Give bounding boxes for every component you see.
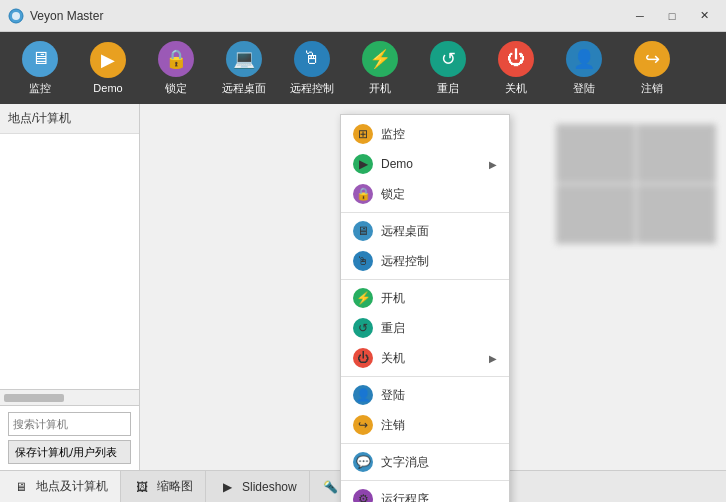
status-tab-icon-slideshow: ▶ xyxy=(218,478,236,496)
toolbar-btn-demo[interactable]: ▶ Demo xyxy=(76,36,140,100)
menu-label-logout: 注销 xyxy=(381,417,405,434)
window-controls: ─ □ ✕ xyxy=(626,6,718,26)
menu-item-logout[interactable]: ↪ 注销 xyxy=(341,410,509,440)
toolbar-btn-monitor[interactable]: 🖥 监控 xyxy=(8,36,72,100)
search-input[interactable] xyxy=(8,412,131,436)
toolbar-btn-remote-control[interactable]: 🖱 远程控制 xyxy=(280,36,344,100)
menu-item-power-on[interactable]: ⚡ 开机 xyxy=(341,283,509,313)
toolbar-btn-lock[interactable]: 🔒 锁定 xyxy=(144,36,208,100)
thumb-4 xyxy=(637,185,716,244)
menu-icon-power-off: ⏻ xyxy=(353,348,373,368)
thumbnail-area xyxy=(556,124,716,244)
toolbar-btn-login[interactable]: 👤 登陆 xyxy=(552,36,616,100)
menu-item-demo[interactable]: ▶ Demo ▶ xyxy=(341,149,509,179)
menu-item-lock[interactable]: 🔒 锁定 xyxy=(341,179,509,209)
maximize-button[interactable]: □ xyxy=(658,6,686,26)
menu-item-restart[interactable]: ↺ 重启 xyxy=(341,313,509,343)
menu-item-remote-control[interactable]: 🖱 远程控制 xyxy=(341,246,509,276)
toolbar-icon-monitor: 🖥 xyxy=(22,41,58,77)
toolbar-icon-demo: ▶ xyxy=(90,42,126,78)
menu-label-login: 登陆 xyxy=(381,387,405,404)
toolbar-label-monitor: 监控 xyxy=(29,81,51,96)
toolbar-icon-restart: ↺ xyxy=(430,41,466,77)
status-tab-locations[interactable]: 🖥 地点及计算机 xyxy=(0,471,121,502)
content-area: ⊞ 监控 ▶ Demo ▶ 🔒 锁定 🖥 远程桌面 🖱 远程控制 ⚡ 开机 ↺ … xyxy=(140,104,726,470)
menu-icon-message: 💬 xyxy=(353,452,373,472)
menu-item-power-off[interactable]: ⏻ 关机 ▶ xyxy=(341,343,509,373)
menu-label-lock: 锁定 xyxy=(381,186,405,203)
menu-separator-13 xyxy=(341,443,509,444)
context-menu: ⊞ 监控 ▶ Demo ▶ 🔒 锁定 🖥 远程桌面 🖱 远程控制 ⚡ 开机 ↺ … xyxy=(340,114,510,502)
sidebar-content xyxy=(0,134,139,389)
menu-item-message[interactable]: 💬 文字消息 xyxy=(341,447,509,477)
sidebar-scrollbar[interactable] xyxy=(0,389,139,405)
menu-item-remote-desktop[interactable]: 🖥 远程桌面 xyxy=(341,216,509,246)
menu-label-message: 文字消息 xyxy=(381,454,429,471)
app-icon xyxy=(8,8,24,24)
status-tab-icon-locations: 🖥 xyxy=(12,478,30,496)
status-tab-icon-thumbnails: 🖼 xyxy=(133,478,151,496)
toolbar-label-lock: 锁定 xyxy=(165,81,187,96)
toolbar-label-logout: 注销 xyxy=(641,81,663,96)
toolbar-label-demo: Demo xyxy=(93,82,122,94)
menu-separator-15 xyxy=(341,480,509,481)
save-list-button[interactable]: 保存计算机/用户列表 xyxy=(8,440,131,464)
toolbar-icon-power-on: ⚡ xyxy=(362,41,398,77)
menu-label-remote-control: 远程控制 xyxy=(381,253,429,270)
menu-label-power-off: 关机 xyxy=(381,350,405,367)
menu-icon-lock: 🔒 xyxy=(353,184,373,204)
status-tab-label-slideshow: Slideshow xyxy=(242,480,297,494)
menu-label-monitor: 监控 xyxy=(381,126,405,143)
toolbar-icon-power-off: ⏻ xyxy=(498,41,534,77)
close-button[interactable]: ✕ xyxy=(690,6,718,26)
menu-icon-logout: ↪ xyxy=(353,415,373,435)
toolbar-btn-remote-desktop[interactable]: 💻 远程桌面 xyxy=(212,36,276,100)
minimize-button[interactable]: ─ xyxy=(626,6,654,26)
menu-icon-monitor: ⊞ xyxy=(353,124,373,144)
thumb-1 xyxy=(556,124,635,183)
menu-icon-login: 👤 xyxy=(353,385,373,405)
status-tab-label-locations: 地点及计算机 xyxy=(36,478,108,495)
sidebar: 地点/计算机 保存计算机/用户列表 xyxy=(0,104,140,470)
toolbar-btn-restart[interactable]: ↺ 重启 xyxy=(416,36,480,100)
menu-item-login[interactable]: 👤 登陆 xyxy=(341,380,509,410)
status-tab-icon-spotlight: 🔦 xyxy=(322,478,340,496)
thumb-2 xyxy=(637,124,716,183)
menu-icon-power-on: ⚡ xyxy=(353,288,373,308)
toolbar-icon-remote-control: 🖱 xyxy=(294,41,330,77)
menu-icon-remote-desktop: 🖥 xyxy=(353,221,373,241)
sidebar-footer: 保存计算机/用户列表 xyxy=(0,405,139,470)
menu-item-monitor[interactable]: ⊞ 监控 xyxy=(341,119,509,149)
toolbar-label-remote-control: 远程控制 xyxy=(290,81,334,96)
menu-arrow-power-off: ▶ xyxy=(489,353,497,364)
menu-icon-run-program: ⚙ xyxy=(353,489,373,502)
status-tab-label-thumbnails: 缩略图 xyxy=(157,478,193,495)
toolbar-label-login: 登陆 xyxy=(573,81,595,96)
toolbar-btn-logout[interactable]: ↪ 注销 xyxy=(620,36,684,100)
status-tab-slideshow[interactable]: ▶ Slideshow xyxy=(206,471,310,502)
toolbar-label-power-off: 关机 xyxy=(505,81,527,96)
menu-separator-6 xyxy=(341,279,509,280)
toolbar-btn-power-on[interactable]: ⚡ 开机 xyxy=(348,36,412,100)
menu-label-power-on: 开机 xyxy=(381,290,405,307)
menu-label-demo: Demo xyxy=(381,157,413,171)
toolbar-label-power-on: 开机 xyxy=(369,81,391,96)
menu-separator-3 xyxy=(341,212,509,213)
sidebar-header: 地点/计算机 xyxy=(0,104,139,134)
thumb-3 xyxy=(556,185,635,244)
title-bar: Veyon Master ─ □ ✕ xyxy=(0,0,726,32)
toolbar-label-remote-desktop: 远程桌面 xyxy=(222,81,266,96)
toolbar-icon-lock: 🔒 xyxy=(158,41,194,77)
toolbar-btn-power-off[interactable]: ⏻ 关机 xyxy=(484,36,548,100)
menu-item-run-program[interactable]: ⚙ 运行程序 xyxy=(341,484,509,502)
toolbar-icon-logout: ↪ xyxy=(634,41,670,77)
window-title: Veyon Master xyxy=(30,9,626,23)
menu-arrow-demo: ▶ xyxy=(489,159,497,170)
menu-separator-10 xyxy=(341,376,509,377)
menu-label-restart: 重启 xyxy=(381,320,405,337)
status-tab-thumbnails[interactable]: 🖼 缩略图 xyxy=(121,471,206,502)
toolbar-icon-remote-desktop: 💻 xyxy=(226,41,262,77)
menu-label-run-program: 运行程序 xyxy=(381,491,429,503)
menu-icon-restart: ↺ xyxy=(353,318,373,338)
svg-point-1 xyxy=(12,12,20,20)
